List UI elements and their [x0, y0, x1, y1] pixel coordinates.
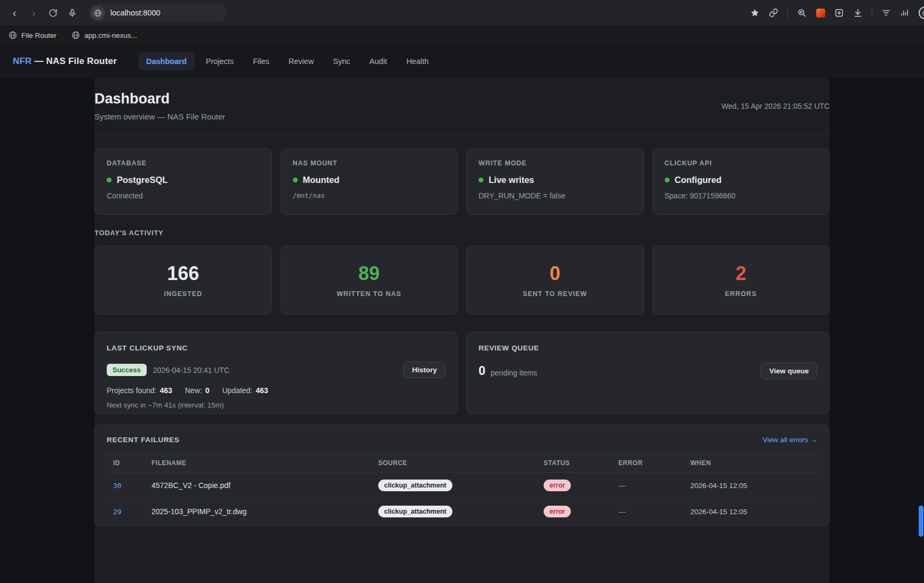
page-head: Dashboard System overview — NAS File Rou… — [94, 91, 830, 121]
metric-label: SENT TO REVIEW — [523, 290, 587, 298]
content-container: Dashboard System overview — NAS File Rou… — [94, 78, 830, 583]
sync-card-title: LAST CLICKUP SYNC — [107, 344, 445, 352]
status-badge: error — [544, 506, 571, 517]
table-row[interactable]: 29 2025-103_PPIMP_v2_tr.dwg clickup_atta… — [107, 499, 817, 524]
tab-audit[interactable]: Audit — [362, 52, 395, 70]
sync-timestamp: 2026-04-15 20:41 UTC — [153, 366, 229, 374]
stat-label: Updated: — [222, 386, 252, 395]
site-globe-icon — [91, 6, 105, 20]
status-card-clickup-api: CLICKUP API Configured Space: 9017159666… — [652, 148, 830, 215]
col-source: SOURCE — [372, 454, 537, 472]
globe-icon — [9, 31, 17, 39]
page-title: Dashboard — [94, 91, 225, 107]
status-ok-dot — [293, 178, 298, 182]
tab-review[interactable]: Review — [281, 52, 322, 70]
back-icon[interactable]: ‹ — [5, 4, 23, 22]
section-label-activity: TODAY'S ACTIVITY — [94, 229, 830, 237]
status-ok-dot — [665, 178, 670, 182]
page-background: Dashboard System overview — NAS File Rou… — [0, 78, 924, 583]
stat-value: 463 — [256, 386, 268, 395]
status-detail: /mnt/nas — [293, 191, 446, 199]
source-badge: clickup_attachment — [378, 480, 452, 491]
globe-icon — [71, 31, 80, 39]
status-card-write-mode: WRITE MODE Live writes DRY_RUN_MODE = fa… — [466, 148, 644, 215]
star-icon[interactable] — [750, 8, 760, 18]
find-in-page-icon[interactable] — [797, 8, 807, 18]
equalizer-icon[interactable] — [900, 8, 910, 18]
sync-stats: Projects found:463 New:0 Updated:463 — [107, 386, 445, 395]
filter-lines-icon[interactable] — [881, 8, 891, 18]
link-icon[interactable] — [769, 8, 778, 18]
metric-label: ERRORS — [725, 290, 756, 298]
status-label: DATABASE — [107, 159, 260, 167]
tab-health[interactable]: Health — [399, 52, 437, 70]
status-detail: Connected — [107, 191, 260, 200]
col-error: ERROR — [612, 454, 684, 472]
bookmark-label: File Router — [21, 31, 57, 39]
review-queue-card: REVIEW QUEUE 0 pending items View queue — [466, 332, 830, 414]
status-label: CLICKUP API — [665, 159, 818, 167]
bookmarks-bar: File Router app.cmi-nexus... — [0, 26, 924, 45]
metric-value: 89 — [359, 262, 380, 285]
status-value: Configured — [675, 175, 722, 185]
metric-value: 166 — [167, 262, 199, 285]
row-filename: 4572BC_V2 - Copie.pdf — [145, 474, 372, 497]
row-error: — — [612, 500, 684, 523]
status-ok-dot — [479, 178, 483, 182]
bookmark-file-router[interactable]: File Router — [9, 31, 57, 39]
metric-card-grid: 166 INGESTED 89 WRITTEN TO NAS 0 SENT TO… — [94, 245, 830, 315]
metric-card-written: 89 WRITTEN TO NAS — [281, 245, 458, 315]
row-when: 2026-04-15 12:05 — [684, 475, 817, 497]
status-value: PostgreSQL — [117, 175, 168, 185]
status-badge: error — [544, 480, 571, 491]
page-subtitle: System overview — NAS File Router — [94, 112, 225, 121]
forward-icon[interactable]: › — [25, 4, 43, 22]
table-row[interactable]: 30 4572BC_V2 - Copie.pdf clickup_attachm… — [107, 473, 817, 499]
tab-projects[interactable]: Projects — [198, 52, 242, 70]
toolbar-divider — [872, 7, 872, 18]
status-value: Mounted — [303, 175, 340, 185]
profile-icon[interactable]: @ — [919, 6, 924, 19]
scrollbar-thumb[interactable] — [919, 506, 923, 537]
status-card-database: DATABASE PostgreSQL Connected — [94, 148, 272, 215]
extension-orange-icon[interactable] — [816, 8, 825, 18]
row-error: — — [612, 474, 684, 497]
status-label: NAS MOUNT — [293, 159, 446, 167]
view-queue-button[interactable]: View queue — [761, 363, 817, 379]
view-all-errors-link[interactable]: View all errors → — [762, 436, 817, 444]
download-icon[interactable] — [853, 8, 863, 18]
extension-icon[interactable] — [834, 8, 844, 18]
pending-count: 0 — [479, 364, 485, 378]
mic-icon[interactable] — [63, 4, 81, 22]
status-card-nas-mount: NAS MOUNT Mounted /mnt/nas — [281, 148, 458, 215]
stat-label: Projects found: — [107, 386, 156, 395]
address-bar[interactable]: localhost:8000 — [89, 4, 227, 22]
history-button[interactable]: History — [403, 362, 445, 378]
metric-value: 0 — [549, 262, 560, 285]
app-brand: NFR — NAS File Router — [13, 56, 117, 67]
col-when: WHEN — [684, 454, 817, 472]
recent-failures-card: RECENT FAILURES View all errors → ID FIL… — [94, 425, 830, 526]
source-badge: clickup_attachment — [378, 506, 452, 517]
toolbar-divider — [787, 7, 788, 18]
sync-review-grid: LAST CLICKUP SYNC Success 2026-04-15 20:… — [94, 332, 830, 414]
brand-abbr: NFR — [13, 56, 32, 66]
tab-dashboard[interactable]: Dashboard — [138, 52, 195, 70]
tab-sync[interactable]: Sync — [325, 52, 358, 70]
app-header: NFR — NAS File Router Dashboard Projects… — [0, 45, 924, 78]
status-detail: Space: 90171596660 — [665, 191, 818, 200]
row-filename: 2025-103_PPIMP_v2_tr.dwg — [145, 500, 372, 523]
stat-label: New: — [185, 386, 202, 395]
bookmark-label: app.cmi-nexus... — [84, 31, 137, 39]
page-timestamp: Wed, 15 Apr 2026 21:05:52 UTC — [721, 102, 830, 110]
row-id-link[interactable]: 30 — [107, 475, 145, 497]
row-id-link[interactable]: 29 — [107, 501, 145, 523]
status-ok-dot — [107, 178, 111, 182]
bookmark-app-cmi-nexus[interactable]: app.cmi-nexus... — [71, 31, 137, 39]
reload-icon[interactable] — [44, 4, 62, 22]
metric-card-ingested: 166 INGESTED — [94, 245, 272, 315]
tab-files[interactable]: Files — [245, 52, 277, 70]
metric-card-review: 0 SENT TO REVIEW — [466, 245, 644, 315]
stat-value: 463 — [160, 386, 172, 395]
browser-toolbar: ‹ › localhost:8000 — [0, 0, 924, 26]
